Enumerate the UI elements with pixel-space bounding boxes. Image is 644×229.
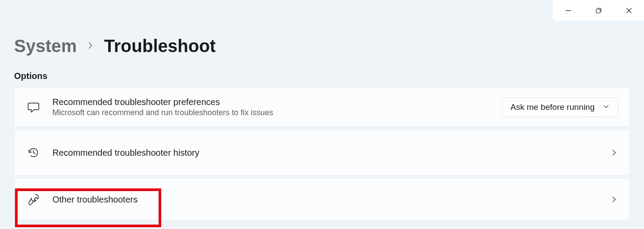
- item-troubleshooter-history[interactable]: Recommended troubleshooter history: [14, 130, 630, 176]
- section-header: Options: [14, 71, 630, 81]
- item-other-troubleshooters[interactable]: Other troubleshooters: [14, 178, 630, 221]
- history-icon: [26, 146, 41, 159]
- item-subtitle: Microsoft can recommend and run troubles…: [52, 108, 502, 118]
- item-body: Recommended troubleshooter preferences M…: [52, 97, 502, 118]
- chevron-right-icon: [610, 149, 618, 157]
- minimize-button[interactable]: [553, 0, 583, 21]
- item-body: Recommended troubleshooter history: [52, 148, 610, 158]
- preferences-dropdown[interactable]: Ask me before running: [502, 98, 618, 117]
- item-title: Recommended troubleshooter preferences: [52, 97, 502, 108]
- window-controls: [553, 0, 644, 21]
- chat-bubble-icon: [26, 101, 41, 114]
- item-title: Other troubleshooters: [52, 195, 610, 205]
- dropdown-label: Ask me before running: [511, 102, 595, 112]
- item-troubleshooter-preferences[interactable]: Recommended troubleshooter preferences M…: [14, 87, 630, 127]
- breadcrumb-parent[interactable]: System: [14, 36, 77, 56]
- page-title: Troubleshoot: [104, 36, 215, 56]
- svg-rect-1: [596, 9, 600, 13]
- breadcrumb: System Troubleshoot: [14, 36, 630, 56]
- chevron-right-icon: [87, 41, 93, 52]
- maximize-icon: [596, 8, 602, 14]
- chevron-down-icon: [603, 102, 610, 112]
- maximize-button[interactable]: [583, 0, 614, 21]
- close-button[interactable]: [614, 0, 644, 21]
- page-content: System Troubleshoot Options Recommended …: [0, 0, 644, 221]
- chevron-right-icon: [610, 195, 618, 203]
- wrench-icon: [26, 193, 41, 206]
- close-icon: [626, 8, 632, 14]
- item-body: Other troubleshooters: [52, 195, 610, 205]
- minimize-icon: [565, 8, 571, 14]
- item-title: Recommended troubleshooter history: [52, 148, 610, 158]
